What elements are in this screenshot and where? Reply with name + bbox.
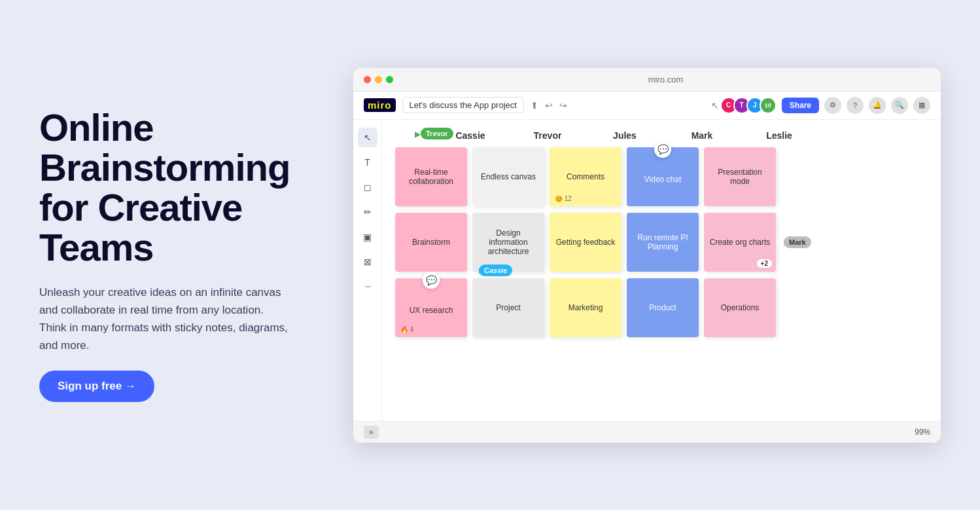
sticky-text: Endless canvas (481, 172, 536, 181)
sticky-run-remote-pi[interactable]: Run remote PI Planning (627, 213, 699, 272)
redo-icon[interactable]: ↪ (559, 100, 567, 111)
ux-fire-badge: 🔥 4 (400, 326, 413, 333)
comment-icon: 💬 (654, 141, 671, 158)
sticky-text: Design information architecture (478, 228, 539, 256)
hero-subtitle: Unleash your creative ideas on an infini… (39, 283, 288, 355)
sticky-text: Comments (567, 172, 604, 181)
select-tool[interactable]: ↖ (358, 128, 377, 147)
avatar-count: 10 (760, 97, 777, 114)
sticky-brainstorm[interactable]: Brainstorm (395, 213, 467, 272)
text-tool[interactable]: T (358, 153, 377, 172)
toolbar-icons: ↖ C T J 10 Share ⚙ ? 🔔 🔍 ▦ (711, 97, 930, 114)
sticky-create-org-charts[interactable]: Create org charts +2 (704, 213, 776, 272)
sticky-text: Getting feedback (556, 238, 616, 247)
canvas-toolbar: ↖ T ◻ ✏ ▣ ⊠ ··· (353, 120, 382, 421)
sticky-operations[interactable]: Operations (704, 278, 776, 337)
sticky-project[interactable]: Project (472, 278, 544, 337)
col-header-mark: Mark (666, 130, 738, 141)
board-grid: ▶ Trevor Real-time collaboration Endless… (395, 147, 928, 337)
undo-icon[interactable]: ↩ (545, 100, 553, 111)
miro-logo: miro (364, 98, 396, 112)
columns-header: Cassie Trevor Jules Mark Leslie (434, 130, 928, 141)
avatar-group: C T J 10 (724, 97, 777, 114)
panel-toggle[interactable]: » (364, 426, 379, 439)
settings-icon[interactable]: ⚙ (824, 97, 841, 114)
more-tools[interactable]: ··· (358, 277, 377, 297)
browser-dots (364, 76, 393, 83)
sticky-ux-research[interactable]: 💬 UX research 🔥 4 (395, 278, 467, 337)
browser-bar: miro.com (353, 68, 941, 92)
sticky-marketing[interactable]: Marketing (550, 278, 621, 337)
board-row-1: ▶ Trevor Real-time collaboration Endless… (395, 147, 928, 206)
app-toolbar: miro Let's discuss the App project ⬆ ↩ ↪… (353, 92, 941, 120)
sticky-comments-badge: 😊 12 (555, 195, 572, 202)
sticky-text: Product (649, 303, 676, 312)
cursor-mark: Mark (784, 236, 811, 248)
sticky-text: Operations (721, 303, 760, 312)
browser-url: miro.com (401, 75, 930, 84)
more-dots-icon: ··· (364, 280, 370, 293)
dot-red (364, 76, 371, 83)
col-header-leslie: Leslie (743, 130, 815, 141)
board-content: Cassie Trevor Jules Mark Leslie ▶ Tr (382, 120, 941, 421)
browser-mockup: miro.com miro Let's discuss the App proj… (353, 68, 941, 443)
sticky-text: UX research (410, 306, 453, 315)
sticky-video-chat[interactable]: 💬 Video chat (627, 147, 699, 206)
zoom-level: 99% (915, 428, 930, 437)
left-panel: Online Brainstorming for Creative Teams … (39, 108, 314, 401)
sticky-endless-canvas[interactable]: Endless canvas (472, 147, 544, 206)
signup-button[interactable]: Sign up free → (39, 371, 154, 402)
cursor-icon: ↖ (711, 100, 719, 111)
notification-icon[interactable]: 🔔 (869, 97, 886, 114)
board-row-2: Brainstorm Design information architectu… (395, 213, 928, 272)
dot-yellow (375, 76, 382, 83)
frame-tool[interactable]: ⊠ (358, 252, 377, 272)
sticky-text: Project (496, 303, 520, 312)
search-icon[interactable]: 🔍 (891, 97, 908, 114)
sticky-text: Video chat (644, 175, 682, 184)
board-row-3: 💬 UX research 🔥 4 ▶ Cassie Project (395, 278, 928, 337)
dot-green (386, 76, 393, 83)
ux-comment-icon: 💬 (423, 272, 440, 289)
sticky-design-info[interactable]: Design information architecture (472, 213, 544, 272)
hero-title: Online Brainstorming for Creative Teams (39, 108, 314, 268)
sticky-comments[interactable]: Comments 😊 12 (550, 147, 621, 206)
help-icon[interactable]: ? (847, 97, 864, 114)
shape-tool[interactable]: ◻ (358, 177, 377, 197)
sticky-text: Real-time collaboration (400, 168, 462, 186)
page-wrapper: Online Brainstorming for Creative Teams … (0, 0, 980, 510)
sticky-text: Brainstorm (412, 238, 450, 247)
sticky-text: Marketing (569, 303, 603, 312)
sticky-tool[interactable]: ▣ (358, 227, 377, 247)
canvas-area: ↖ T ◻ ✏ ▣ ⊠ ··· Cassie Trevor Jules Mark… (353, 120, 941, 421)
pen-tool[interactable]: ✏ (358, 202, 377, 222)
plus-badge: +2 (757, 259, 772, 268)
sticky-text: Run remote PI Planning (632, 233, 693, 251)
cursor-cassie: Cassie (479, 264, 512, 276)
share-button[interactable]: Share (782, 98, 819, 113)
cursor-trevor: Trevor (421, 128, 453, 139)
sticky-text: Create org charts (710, 238, 771, 247)
sticky-product[interactable]: Product (627, 278, 699, 337)
sticky-getting-feedback[interactable]: Getting feedback (550, 213, 621, 272)
toolbar-project[interactable]: Let's discuss the App project (402, 97, 524, 113)
col-header-jules: Jules (589, 130, 661, 141)
sticky-presentation-mode[interactable]: Presentation mode (704, 147, 776, 206)
upload-icon[interactable]: ⬆ (531, 100, 538, 111)
sticky-real-time-collab[interactable]: Real-time collaboration (395, 147, 467, 206)
canvas-bottom: » 99% (353, 421, 941, 443)
apps-icon[interactable]: ▦ (913, 97, 930, 114)
sticky-text: Presentation mode (709, 168, 771, 186)
col-header-trevor: Trevor (512, 130, 584, 141)
